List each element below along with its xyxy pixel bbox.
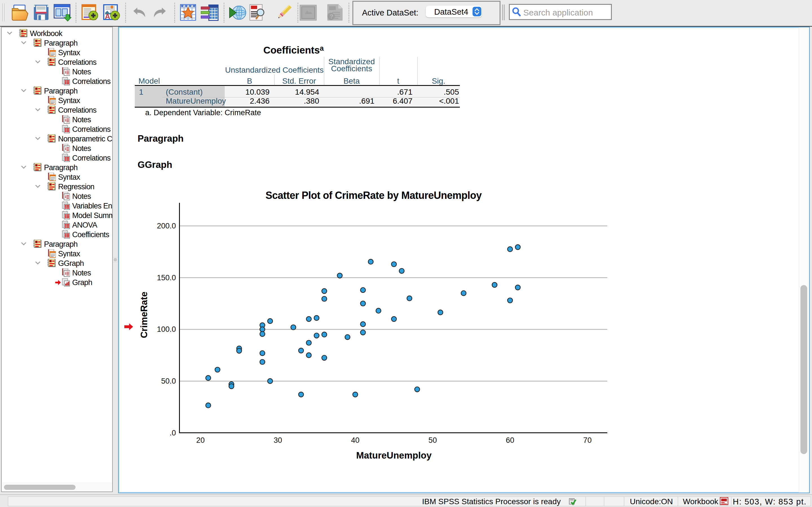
svg-text:i: i	[65, 118, 66, 122]
svg-text:CrimeRate: CrimeRate	[139, 291, 149, 338]
svg-text:100.0: 100.0	[157, 325, 176, 334]
svg-text:40: 40	[351, 436, 359, 445]
svg-text:200.0: 200.0	[157, 222, 176, 230]
svg-text:i: i	[65, 147, 66, 151]
svg-text:i: i	[65, 194, 66, 199]
svg-text:Scatter Plot of CrimeRate by M: Scatter Plot of CrimeRate by MatureUnemp…	[266, 189, 482, 201]
svg-text:i: i	[65, 70, 66, 74]
svg-text:50.0: 50.0	[161, 377, 176, 385]
svg-text:150.0: 150.0	[157, 274, 176, 282]
svg-text:.0: .0	[169, 429, 176, 437]
svg-text:30: 30	[273, 436, 282, 445]
svg-text:MatureUnemploy: MatureUnemploy	[356, 450, 432, 460]
svg-text:i: i	[65, 271, 66, 276]
svg-text:A: A	[105, 12, 110, 20]
svg-text:?: ?	[329, 13, 333, 20]
svg-text:50: 50	[428, 436, 437, 445]
svg-text:20: 20	[196, 436, 205, 445]
svg-text:70: 70	[583, 436, 592, 445]
svg-text:60: 60	[506, 436, 514, 445]
